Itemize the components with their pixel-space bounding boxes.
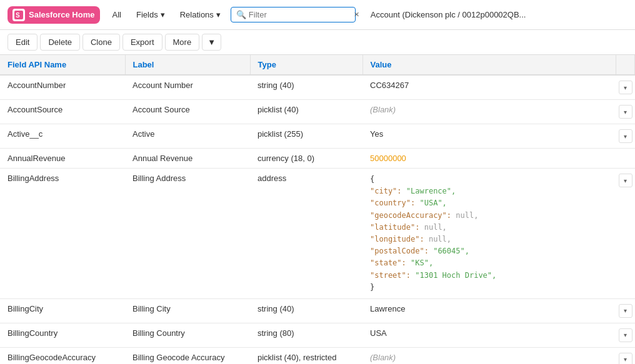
header-action bbox=[616, 55, 635, 75]
fields-chevron-icon: ▾ bbox=[161, 10, 165, 19]
cell-value: Yes bbox=[362, 124, 616, 149]
delete-button[interactable]: Delete bbox=[40, 34, 80, 51]
app-logo-icon: S bbox=[12, 9, 25, 21]
row-action-button[interactable]: ▾ bbox=[619, 129, 632, 143]
row-action-button[interactable]: ▾ bbox=[619, 81, 632, 94]
cell-label: Billing Geocode Accuracy bbox=[125, 347, 250, 364]
cell-type: picklist (40) bbox=[250, 100, 362, 124]
table-row: BillingAddressBilling Addressaddress{ "c… bbox=[0, 169, 635, 299]
table-row: AccountSourceAccount Sourcepicklist (40)… bbox=[0, 100, 635, 124]
relations-chevron-icon: ▾ bbox=[216, 10, 221, 19]
table-row: BillingCountryBilling Countrystring (80)… bbox=[0, 323, 635, 347]
cell-label: Billing Country bbox=[125, 323, 250, 347]
cell-type: address bbox=[250, 169, 362, 299]
cell-action: ▾ bbox=[616, 75, 635, 100]
cell-type: currency (18, 0) bbox=[250, 149, 362, 169]
type-sort-link[interactable]: Type bbox=[258, 60, 276, 69]
label-sort-link[interactable]: Label bbox=[133, 60, 154, 69]
table-row: BillingCityBilling Citystring (40)Lawren… bbox=[0, 298, 635, 323]
export-button[interactable]: Export bbox=[122, 34, 162, 51]
cell-api-name: BillingAddress bbox=[0, 169, 125, 299]
top-bar: S Salesforce Home All Fields ▾ Relations… bbox=[0, 0, 635, 30]
cell-value: CC634267 bbox=[362, 75, 616, 100]
cell-type: picklist (255) bbox=[250, 124, 362, 149]
row-action-button[interactable]: ▾ bbox=[619, 353, 632, 364]
more-button[interactable]: More bbox=[165, 34, 200, 51]
cell-api-name: BillingCity bbox=[0, 298, 125, 323]
cell-action: ▾ bbox=[616, 100, 635, 124]
fields-table: Field API Name Label Type Value AccountN… bbox=[0, 55, 635, 364]
nav-relations[interactable]: Relations ▾ bbox=[175, 7, 226, 22]
header-label: Label bbox=[125, 55, 250, 75]
action-bar: Edit Delete Clone Export More ▼ bbox=[0, 30, 635, 55]
cell-label: Billing Address bbox=[125, 169, 250, 299]
edit-button[interactable]: Edit bbox=[8, 34, 38, 51]
table-header-row: Field API Name Label Type Value bbox=[0, 55, 635, 75]
search-box: 🔍 ✕ bbox=[231, 7, 356, 22]
row-action-button[interactable]: ▾ bbox=[619, 105, 632, 119]
clear-icon[interactable]: ✕ bbox=[354, 11, 359, 19]
more-dropdown-button[interactable]: ▼ bbox=[202, 34, 221, 51]
svg-text:S: S bbox=[16, 12, 20, 19]
cell-api-name: AccountSource bbox=[0, 100, 125, 124]
table-row: AnnualRevenueAnnual Revenuecurrency (18,… bbox=[0, 149, 635, 169]
api-name-sort-link[interactable]: Field API Name bbox=[8, 60, 66, 69]
header-type: Type bbox=[250, 55, 362, 75]
nav-fields[interactable]: Fields ▾ bbox=[131, 7, 170, 22]
cell-type: picklist (40), restricted bbox=[250, 347, 362, 364]
cell-value: (Blank) bbox=[362, 347, 616, 364]
cell-label: Annual Revenue bbox=[125, 149, 250, 169]
cell-value: 50000000 bbox=[362, 149, 616, 169]
cell-label: Account Number bbox=[125, 75, 250, 100]
header-api-name: Field API Name bbox=[0, 55, 125, 75]
cell-value: (Blank) bbox=[362, 100, 616, 124]
nav-all[interactable]: All bbox=[108, 7, 126, 22]
cell-api-name: BillingCountry bbox=[0, 323, 125, 347]
search-icon: 🔍 bbox=[236, 10, 246, 19]
cell-action: ▾ bbox=[616, 323, 635, 347]
cell-action: ▾ bbox=[616, 347, 635, 364]
value-sort-link[interactable]: Value bbox=[371, 60, 392, 69]
table-container: Field API Name Label Type Value AccountN… bbox=[0, 55, 635, 364]
cell-label: Account Source bbox=[125, 100, 250, 124]
cell-api-name: AnnualRevenue bbox=[0, 149, 125, 169]
table-row: BillingGeocodeAccuracyBilling Geocode Ac… bbox=[0, 347, 635, 364]
cell-type: string (40) bbox=[250, 298, 362, 323]
cell-api-name: Active__c bbox=[0, 124, 125, 149]
table-row: AccountNumberAccount Numberstring (40)CC… bbox=[0, 75, 635, 100]
account-title: Account (Dickenson plc / 0012p00002QB... bbox=[371, 10, 628, 19]
cell-action bbox=[616, 149, 635, 169]
clone-button[interactable]: Clone bbox=[82, 34, 120, 51]
cell-label: Active bbox=[125, 124, 250, 149]
header-value: Value bbox=[362, 55, 616, 75]
cell-type: string (40) bbox=[250, 75, 362, 100]
cell-value: { "city": "Lawrence", "country": "USA", … bbox=[362, 169, 616, 299]
app-logo[interactable]: S Salesforce Home bbox=[8, 6, 100, 24]
cell-type: string (80) bbox=[250, 323, 362, 347]
cell-action: ▾ bbox=[616, 298, 635, 323]
row-action-button[interactable]: ▾ bbox=[619, 304, 632, 318]
app-name: Salesforce Home bbox=[29, 10, 95, 19]
cell-action: ▾ bbox=[616, 169, 635, 299]
row-action-button[interactable]: ▾ bbox=[619, 328, 632, 342]
cell-value: Lawrence bbox=[362, 298, 616, 323]
cell-label: Billing City bbox=[125, 298, 250, 323]
table-row: Active__cActivepicklist (255)Yes▾ bbox=[0, 124, 635, 149]
row-action-button[interactable]: ▾ bbox=[619, 174, 632, 187]
cell-action: ▾ bbox=[616, 124, 635, 149]
cell-value: USA bbox=[362, 323, 616, 347]
cell-api-name: AccountNumber bbox=[0, 75, 125, 100]
search-input[interactable] bbox=[249, 10, 354, 19]
cell-api-name: BillingGeocodeAccuracy bbox=[0, 347, 125, 364]
